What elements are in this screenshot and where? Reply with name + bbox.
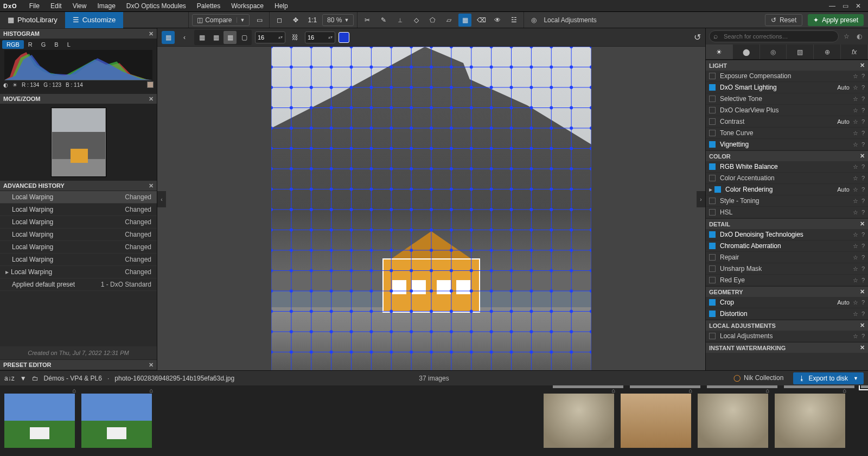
close-icon[interactable]: ✕ — [149, 182, 154, 189]
movezoom-thumb[interactable] — [52, 108, 106, 176]
window-maximize[interactable]: ▭ — [839, 2, 852, 10]
hist-tab-r[interactable]: R — [24, 40, 37, 49]
tab-photolibrary[interactable]: ▦ PhotoLibrary — [0, 12, 65, 28]
enable-checkbox[interactable] — [714, 186, 721, 193]
enable-checkbox[interactable] — [709, 231, 716, 238]
grid-dense[interactable]: ▦ — [224, 31, 237, 44]
correction-item[interactable]: Red Eye☆? — [706, 275, 868, 286]
correction-item[interactable]: Selective Tone☆? — [706, 93, 868, 105]
section-header[interactable]: GEOMETRY✕ — [706, 286, 868, 297]
favorite-icon[interactable]: ☆ — [853, 333, 858, 340]
enable-checkbox[interactable] — [709, 209, 716, 216]
advhist-header[interactable]: ADVANCED HISTORY ✕ — [0, 180, 157, 191]
reshape-toggle[interactable]: ▦ — [162, 31, 175, 44]
help-icon[interactable]: ? — [861, 73, 865, 79]
enable-checkbox[interactable] — [709, 299, 716, 306]
sort-icon[interactable]: a↓z — [4, 375, 15, 382]
close-icon[interactable]: ✕ — [149, 30, 154, 37]
photo-canvas[interactable] — [271, 47, 591, 370]
favorite-icon[interactable]: ☆ — [853, 254, 858, 261]
enable-checkbox[interactable] — [709, 130, 716, 136]
highlight-clip-icon[interactable]: ☀ — [12, 82, 17, 88]
keystone-8pt-tool[interactable]: ⬠ — [426, 14, 439, 27]
help-icon[interactable]: ? — [861, 209, 865, 216]
section-header[interactable]: DETAIL✕ — [706, 218, 868, 229]
section-header[interactable]: LIGHT✕ — [706, 60, 868, 71]
filmstrip-thumb[interactable]: ⌂ — [544, 394, 614, 448]
help-icon[interactable]: ? — [861, 333, 865, 339]
enable-checkbox[interactable] — [709, 175, 716, 181]
favorite-icon[interactable]: ☆ — [853, 84, 858, 91]
help-icon[interactable]: ? — [861, 175, 865, 181]
cat-geometry-icon[interactable]: ▧ — [787, 45, 814, 59]
favorite-icon[interactable]: ☆ — [853, 265, 858, 273]
history-row[interactable]: Local WarpingChanged — [0, 254, 157, 266]
correction-item[interactable]: Tone Curve☆? — [706, 128, 868, 139]
search-input[interactable] — [709, 30, 839, 42]
correction-item[interactable]: Repair☆? — [706, 252, 868, 263]
grid-off[interactable]: ▢ — [238, 31, 251, 44]
active-filter-icon[interactable]: ◐ — [854, 33, 865, 40]
correction-item[interactable]: Color Accentuation☆? — [706, 173, 868, 184]
collapse-icon[interactable]: ‹ — [178, 31, 191, 44]
shadow-clip-icon[interactable]: ◐ — [3, 82, 8, 88]
nik-collection-button[interactable]: ◯ Nik Collection — [728, 372, 789, 383]
enable-checkbox[interactable] — [709, 73, 716, 79]
help-icon[interactable]: ? — [861, 107, 865, 113]
correction-item[interactable]: HSL☆? — [706, 207, 868, 218]
menu-edit[interactable]: Edit — [45, 2, 67, 10]
close-icon[interactable]: ✕ — [860, 153, 865, 160]
favorite-icon[interactable]: ☆ — [853, 141, 858, 148]
enable-checkbox[interactable] — [709, 107, 716, 113]
grid-color-swatch[interactable] — [339, 32, 349, 43]
favorite-icon[interactable]: ☆ — [853, 243, 858, 250]
history-row[interactable]: Local WarpingChanged — [0, 241, 157, 254]
correction-item[interactable]: Vignetting☆? — [706, 139, 868, 150]
menu-workspace[interactable]: Workspace — [226, 2, 269, 10]
history-row[interactable]: Local WarpingChanged — [0, 229, 157, 241]
favorite-icon[interactable]: ☆ — [853, 107, 858, 114]
help-icon[interactable]: ? — [861, 299, 865, 306]
filmstrip-thumb[interactable]: ⌂ — [775, 394, 845, 448]
favorite-icon[interactable]: ☆ — [853, 198, 858, 205]
menu-optics[interactable]: DxO Optics Modules — [121, 2, 192, 10]
export-button[interactable]: ⭳ Export to disk ▼ — [793, 372, 864, 384]
correction-item[interactable]: Chromatic Aberration☆? — [706, 240, 868, 252]
enable-checkbox[interactable] — [709, 198, 716, 204]
filmstrip-thumb[interactable]: ⌂ — [4, 394, 75, 448]
help-icon[interactable]: ? — [861, 277, 865, 283]
reset-button[interactable]: ↺ Reset — [765, 14, 802, 26]
zoom-11-button[interactable]: 1:1 — [305, 14, 319, 27]
enable-checkbox[interactable] — [709, 118, 716, 125]
close-icon[interactable]: ✕ — [860, 344, 865, 351]
section-header[interactable]: INSTANT WATERMARKING✕ — [706, 342, 868, 353]
favorite-icon[interactable]: ☆ — [853, 209, 858, 216]
enable-checkbox[interactable] — [709, 96, 716, 102]
filmstrip-thumb[interactable]: ⌂ — [861, 385, 868, 388]
right-panel-toggle[interactable]: › — [697, 191, 705, 207]
reset-reshape-icon[interactable]: ↺ — [694, 32, 701, 42]
correction-item[interactable]: CropAuto☆? — [706, 297, 868, 308]
window-minimize[interactable]: — — [826, 2, 839, 10]
help-icon[interactable]: ? — [861, 186, 865, 193]
enable-checkbox[interactable] — [709, 163, 716, 170]
menu-image[interactable]: Image — [92, 2, 120, 10]
enable-checkbox[interactable] — [709, 333, 716, 339]
correction-item[interactable]: Unsharp Mask☆? — [706, 263, 868, 275]
preset-editor-header[interactable]: PRESET EDITOR ✕ — [0, 359, 157, 370]
help-icon[interactable]: ? — [861, 231, 865, 238]
enable-checkbox[interactable] — [709, 243, 716, 249]
hist-tab-rgb[interactable]: RGB — [2, 40, 24, 49]
help-icon[interactable]: ? — [861, 163, 865, 170]
filmstrip-thumb[interactable]: ⌂ — [81, 394, 152, 448]
zoom-dropdown[interactable]: 80 % ▼ — [322, 14, 354, 26]
favorite-icon[interactable]: ☆ — [853, 277, 858, 284]
enable-checkbox[interactable] — [709, 254, 716, 261]
hist-tab-g[interactable]: G — [37, 40, 50, 49]
close-icon[interactable]: ✕ — [149, 96, 154, 103]
enable-checkbox[interactable] — [709, 311, 716, 317]
close-icon[interactable]: ✕ — [860, 288, 865, 295]
favorite-icon[interactable]: ☆ — [853, 311, 858, 318]
hist-tab-b[interactable]: B — [50, 40, 62, 49]
filmstrip-thumb[interactable]: ⌂ — [621, 394, 691, 448]
